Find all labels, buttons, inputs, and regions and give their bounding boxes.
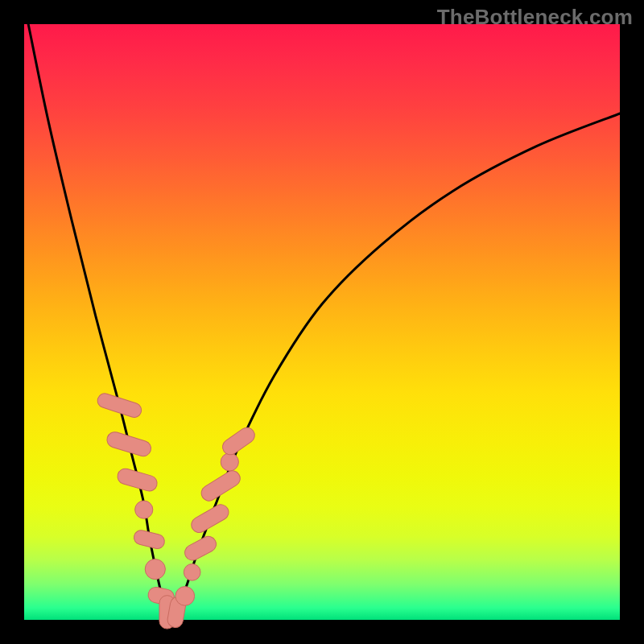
bottleneck-curve xyxy=(28,24,620,613)
chart-svg xyxy=(24,24,620,620)
curve-marker xyxy=(116,467,159,493)
curve-marker xyxy=(105,430,153,458)
curve-marker xyxy=(182,534,219,563)
curve-marker xyxy=(135,501,153,518)
curve-marker xyxy=(175,587,195,606)
curve-marker xyxy=(96,391,143,419)
curve-marker xyxy=(221,453,238,471)
curve-marker xyxy=(220,424,258,457)
curve-marker xyxy=(184,564,200,580)
app-frame: TheBottleneck.com xyxy=(0,0,644,644)
curve-marker xyxy=(188,502,231,535)
plot-area xyxy=(24,24,620,620)
curve-marker xyxy=(145,559,165,580)
curve-marker xyxy=(133,529,167,551)
marker-layer xyxy=(96,391,258,629)
curve-marker xyxy=(199,468,243,504)
